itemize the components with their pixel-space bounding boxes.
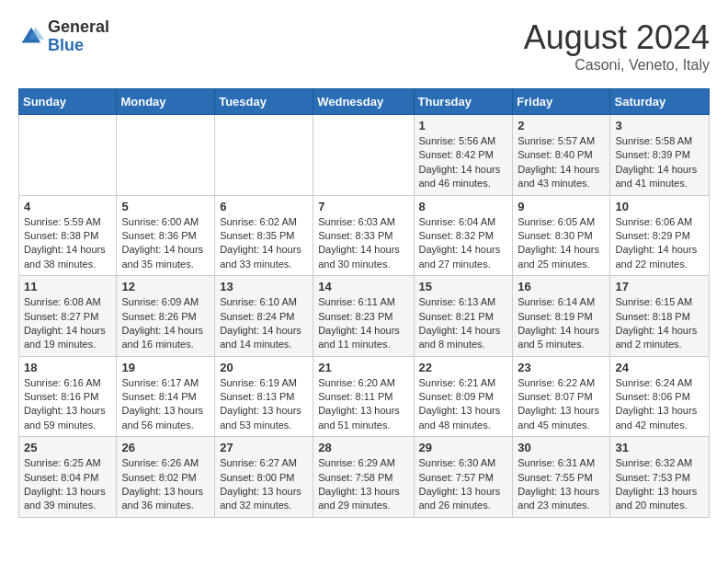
calendar-cell: 28Sunrise: 6:29 AMSunset: 7:58 PMDayligh…: [313, 437, 414, 518]
day-number: 20: [220, 361, 308, 374]
day-info: Sunrise: 5:59 AMSunset: 8:38 PMDaylight:…: [24, 215, 111, 272]
day-number: 6: [220, 200, 308, 213]
calendar-cell: 24Sunrise: 6:24 AMSunset: 8:06 PMDayligh…: [610, 356, 710, 437]
calendar-cell: 10Sunrise: 6:06 AMSunset: 8:29 PMDayligh…: [610, 195, 710, 276]
calendar-cell: 6Sunrise: 6:02 AMSunset: 8:35 PMDaylight…: [215, 195, 313, 276]
calendar-cell: 2Sunrise: 5:57 AMSunset: 8:40 PMDaylight…: [513, 115, 610, 196]
calendar-cell: 11Sunrise: 6:08 AMSunset: 8:27 PMDayligh…: [19, 276, 117, 357]
day-info: Sunrise: 6:02 AMSunset: 8:35 PMDaylight:…: [220, 215, 308, 272]
day-number: 1: [419, 119, 508, 132]
header-day-sunday: Sunday: [19, 89, 117, 115]
calendar-cell: 16Sunrise: 6:14 AMSunset: 8:19 PMDayligh…: [513, 276, 610, 357]
day-number: 4: [24, 200, 111, 213]
day-number: 7: [318, 200, 408, 213]
header-day-saturday: Saturday: [610, 89, 710, 115]
day-number: 11: [24, 280, 111, 293]
day-number: 14: [318, 280, 408, 293]
day-info: Sunrise: 6:17 AMSunset: 8:14 PMDaylight:…: [121, 376, 210, 433]
week-row-1: 1Sunrise: 5:56 AMSunset: 8:42 PMDaylight…: [19, 115, 710, 196]
day-number: 24: [615, 361, 704, 374]
calendar-cell: 5Sunrise: 6:00 AMSunset: 8:36 PMDaylight…: [117, 195, 215, 276]
header-day-tuesday: Tuesday: [215, 89, 313, 115]
calendar-cell: 17Sunrise: 6:15 AMSunset: 8:18 PMDayligh…: [610, 276, 710, 357]
month-year-title: August 2024: [524, 18, 710, 57]
day-info: Sunrise: 6:09 AMSunset: 8:26 PMDaylight:…: [121, 295, 210, 352]
calendar-cell: 19Sunrise: 6:17 AMSunset: 8:14 PMDayligh…: [117, 356, 215, 437]
calendar-cell: 31Sunrise: 6:32 AMSunset: 7:53 PMDayligh…: [610, 437, 710, 518]
day-number: 22: [419, 361, 508, 374]
calendar-cell: 30Sunrise: 6:31 AMSunset: 7:55 PMDayligh…: [513, 437, 610, 518]
day-info: Sunrise: 6:04 AMSunset: 8:32 PMDaylight:…: [419, 215, 508, 272]
calendar-cell: 8Sunrise: 6:04 AMSunset: 8:32 PMDaylight…: [414, 195, 513, 276]
header-day-friday: Friday: [513, 89, 610, 115]
calendar-cell: 7Sunrise: 6:03 AMSunset: 8:33 PMDaylight…: [313, 195, 414, 276]
day-info: Sunrise: 6:26 AMSunset: 8:02 PMDaylight:…: [121, 456, 210, 513]
header-row: SundayMondayTuesdayWednesdayThursdayFrid…: [19, 89, 710, 115]
logo-icon: [18, 24, 44, 50]
day-number: 16: [518, 280, 605, 293]
day-number: 3: [615, 119, 704, 132]
day-info: Sunrise: 6:29 AMSunset: 7:58 PMDaylight:…: [318, 456, 408, 513]
calendar-cell: 21Sunrise: 6:20 AMSunset: 8:11 PMDayligh…: [313, 356, 414, 437]
calendar-cell: 23Sunrise: 6:22 AMSunset: 8:07 PMDayligh…: [513, 356, 610, 437]
day-info: Sunrise: 6:16 AMSunset: 8:16 PMDaylight:…: [24, 376, 111, 433]
day-info: Sunrise: 6:24 AMSunset: 8:06 PMDaylight:…: [615, 376, 704, 433]
calendar-table: SundayMondayTuesdayWednesdayThursdayFrid…: [18, 88, 710, 518]
day-info: Sunrise: 6:11 AMSunset: 8:23 PMDaylight:…: [318, 295, 408, 352]
day-number: 19: [121, 361, 210, 374]
day-number: 23: [518, 361, 605, 374]
day-number: 21: [318, 361, 408, 374]
day-info: Sunrise: 6:32 AMSunset: 7:53 PMDaylight:…: [615, 456, 704, 513]
calendar-cell: 4Sunrise: 5:59 AMSunset: 8:38 PMDaylight…: [19, 195, 117, 276]
day-number: 31: [615, 441, 704, 454]
week-row-2: 4Sunrise: 5:59 AMSunset: 8:38 PMDaylight…: [19, 195, 710, 276]
calendar-cell: 9Sunrise: 6:05 AMSunset: 8:30 PMDaylight…: [513, 195, 610, 276]
calendar-header: SundayMondayTuesdayWednesdayThursdayFrid…: [19, 89, 710, 115]
calendar-cell: 29Sunrise: 6:30 AMSunset: 7:57 PMDayligh…: [414, 437, 513, 518]
calendar-cell: 3Sunrise: 5:58 AMSunset: 8:39 PMDaylight…: [610, 115, 710, 196]
logo-blue-text: Blue: [48, 37, 109, 55]
day-number: 28: [318, 441, 408, 454]
calendar-cell: [19, 115, 117, 196]
day-number: 18: [24, 361, 111, 374]
day-info: Sunrise: 6:31 AMSunset: 7:55 PMDaylight:…: [518, 456, 605, 513]
week-row-3: 11Sunrise: 6:08 AMSunset: 8:27 PMDayligh…: [19, 276, 710, 357]
day-info: Sunrise: 6:22 AMSunset: 8:07 PMDaylight:…: [518, 376, 605, 433]
day-number: 30: [518, 441, 605, 454]
day-number: 2: [518, 119, 605, 132]
day-info: Sunrise: 6:06 AMSunset: 8:29 PMDaylight:…: [615, 215, 704, 272]
header-day-thursday: Thursday: [414, 89, 513, 115]
calendar-cell: 1Sunrise: 5:56 AMSunset: 8:42 PMDaylight…: [414, 115, 513, 196]
day-number: 26: [121, 441, 210, 454]
header-day-wednesday: Wednesday: [313, 89, 414, 115]
day-info: Sunrise: 6:14 AMSunset: 8:19 PMDaylight:…: [518, 295, 605, 352]
day-info: Sunrise: 6:03 AMSunset: 8:33 PMDaylight:…: [318, 215, 408, 272]
page-header: General Blue August 2024 Casoni, Veneto,…: [18, 18, 710, 74]
day-number: 9: [518, 200, 605, 213]
calendar-cell: 14Sunrise: 6:11 AMSunset: 8:23 PMDayligh…: [313, 276, 414, 357]
day-info: Sunrise: 6:10 AMSunset: 8:24 PMDaylight:…: [220, 295, 308, 352]
calendar-cell: [117, 115, 215, 196]
logo-general-text: General: [48, 18, 109, 37]
day-info: Sunrise: 5:56 AMSunset: 8:42 PMDaylight:…: [419, 134, 508, 191]
logo-text: General Blue: [48, 18, 109, 55]
week-row-4: 18Sunrise: 6:16 AMSunset: 8:16 PMDayligh…: [19, 356, 710, 437]
day-info: Sunrise: 6:19 AMSunset: 8:13 PMDaylight:…: [220, 376, 308, 433]
day-info: Sunrise: 6:05 AMSunset: 8:30 PMDaylight:…: [518, 215, 605, 272]
calendar-cell: 15Sunrise: 6:13 AMSunset: 8:21 PMDayligh…: [414, 276, 513, 357]
day-info: Sunrise: 6:13 AMSunset: 8:21 PMDaylight:…: [419, 295, 508, 352]
day-info: Sunrise: 6:15 AMSunset: 8:18 PMDaylight:…: [615, 295, 704, 352]
day-info: Sunrise: 5:57 AMSunset: 8:40 PMDaylight:…: [518, 134, 605, 191]
day-info: Sunrise: 6:27 AMSunset: 8:00 PMDaylight:…: [220, 456, 308, 513]
calendar-cell: [313, 115, 414, 196]
day-number: 15: [419, 280, 508, 293]
day-number: 12: [121, 280, 210, 293]
day-info: Sunrise: 6:25 AMSunset: 8:04 PMDaylight:…: [24, 456, 111, 513]
calendar-cell: 20Sunrise: 6:19 AMSunset: 8:13 PMDayligh…: [215, 356, 313, 437]
day-info: Sunrise: 6:30 AMSunset: 7:57 PMDaylight:…: [419, 456, 508, 513]
calendar-cell: [215, 115, 313, 196]
day-number: 5: [121, 200, 210, 213]
calendar-cell: 27Sunrise: 6:27 AMSunset: 8:00 PMDayligh…: [215, 437, 313, 518]
title-block: August 2024 Casoni, Veneto, Italy: [524, 18, 710, 74]
calendar-cell: 18Sunrise: 6:16 AMSunset: 8:16 PMDayligh…: [19, 356, 117, 437]
